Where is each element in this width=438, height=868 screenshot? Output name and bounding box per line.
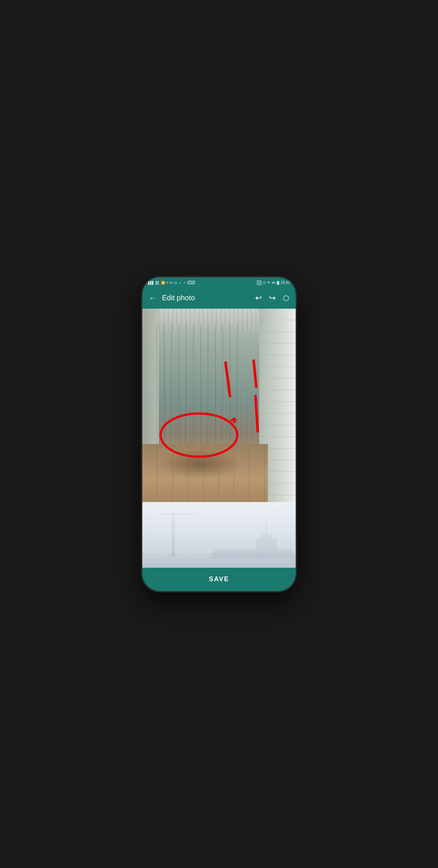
cnn-icon: CNN (188, 281, 195, 284)
harbor-scene (142, 502, 296, 568)
thumbnail-strip (142, 502, 296, 568)
undo-button[interactable]: ↩ (255, 293, 262, 303)
thumbnail-image (142, 502, 296, 568)
back-button[interactable]: ← (149, 293, 157, 303)
battery-icon: ▓ (277, 281, 279, 285)
top-bar-right: ↩ ↪ ⬡ (255, 293, 289, 303)
photo-canvas[interactable] (142, 309, 296, 502)
save-button[interactable]: SAVE (142, 568, 296, 591)
signal-icon-1: ▌▌▌ (148, 281, 154, 285)
save-label: SAVE (209, 575, 229, 583)
redo-button[interactable]: ↪ (269, 293, 276, 303)
signal-icon-2: ▌▌ (155, 281, 160, 285)
page-title: Edit photo (162, 294, 195, 302)
alarm-icon: ⊙ (263, 281, 266, 285)
data-unit: K/s (169, 281, 173, 284)
phone-frame: ▌▌▌ ▌▌ 📶 0 K/s ⊙ ✓ ✓ CNN N ⊙ ✦ 83 ▓ 15:4… (142, 277, 296, 591)
battery-level: 83 (272, 281, 275, 285)
status-left: ▌▌▌ ▌▌ 📶 0 K/s ⊙ ✓ ✓ CNN (148, 281, 195, 285)
eraser-button[interactable]: ⬡ (283, 294, 289, 302)
top-bar: ← Edit photo ↩ ↪ ⬡ (142, 288, 296, 309)
screen: ▌▌▌ ▌▌ 📶 0 K/s ⊙ ✓ ✓ CNN N ⊙ ✦ 83 ▓ 15:4… (142, 277, 296, 591)
status-right: N ⊙ ✦ 83 ▓ 15:43 (257, 281, 290, 285)
top-bar-left: ← Edit photo (149, 293, 195, 303)
bluetooth-icon: ✦ (267, 281, 270, 285)
time-display: 15:43 (281, 281, 290, 285)
wifi-icon: 📶 (161, 281, 165, 285)
floor-stain (158, 450, 242, 479)
nfc-icon: N (257, 281, 262, 285)
harbor-svg (142, 502, 296, 568)
vpn-icon: ⊙ (174, 281, 177, 285)
check-icon-2: ✓ (183, 281, 186, 285)
status-bar: ▌▌▌ ▌▌ 📶 0 K/s ⊙ ✓ ✓ CNN N ⊙ ✦ 83 ▓ 15:4… (142, 277, 296, 288)
check-icon-1: ✓ (179, 281, 182, 285)
data-speed: 0 (166, 281, 168, 284)
svg-rect-7 (142, 502, 296, 568)
